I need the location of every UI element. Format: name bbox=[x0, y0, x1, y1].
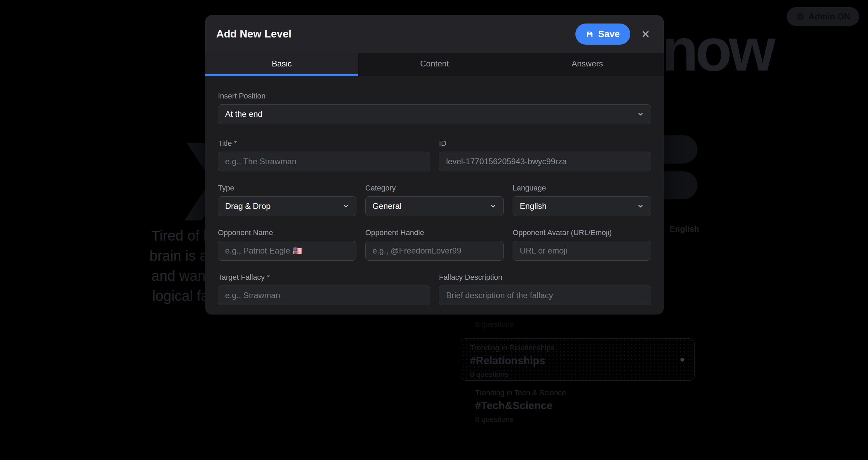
opponent-avatar-label: Opponent Avatar (URL/Emoji) bbox=[513, 228, 651, 237]
title-label: Title * bbox=[218, 139, 430, 148]
category-label: Category bbox=[365, 184, 504, 193]
trending-meta: 8 questions bbox=[470, 370, 686, 379]
add-level-modal: Add New Level Save Basic Content Ans bbox=[205, 15, 664, 315]
language-label: Language bbox=[513, 184, 651, 193]
target-fallacy-field: Target Fallacy * bbox=[218, 273, 430, 305]
trending-card-relationships: Trending in Relationships #Relationships… bbox=[461, 338, 695, 381]
trending-eyebrow: Trending in Tech & Science bbox=[475, 388, 566, 397]
modal-tab-bar: Basic Content Answers bbox=[205, 53, 664, 76]
target-fallacy-input[interactable] bbox=[218, 286, 430, 305]
opponent-avatar-field: Opponent Avatar (URL/Emoji) bbox=[513, 228, 651, 261]
chevron-down-icon bbox=[637, 111, 644, 118]
close-x-icon bbox=[641, 29, 651, 39]
save-button[interactable]: Save bbox=[575, 24, 630, 45]
opponent-handle-label: Opponent Handle bbox=[365, 228, 504, 237]
language-field: Language English bbox=[513, 184, 651, 216]
insert-position-label: Insert Position bbox=[218, 92, 651, 101]
language-indicator: English bbox=[670, 224, 699, 234]
trending-meta: 8 questions bbox=[475, 320, 519, 329]
trending-eyebrow: Trending in Relationships bbox=[470, 343, 686, 352]
chevron-down-icon bbox=[342, 203, 349, 210]
trending-meta: 8 questions bbox=[475, 415, 566, 424]
fallacy-description-input[interactable] bbox=[439, 286, 651, 305]
opponent-name-input[interactable] bbox=[218, 241, 356, 261]
title-field: Title * bbox=[218, 139, 430, 171]
insert-position-value: At the end bbox=[225, 109, 262, 119]
fallacy-description-field: Fallacy Description bbox=[439, 273, 651, 305]
type-field: Type Drag & Drop bbox=[218, 184, 356, 216]
id-field: ID bbox=[439, 139, 651, 171]
target-fallacy-label: Target Fallacy * bbox=[218, 273, 430, 282]
tab-content[interactable]: Content bbox=[358, 53, 511, 76]
tab-basic[interactable]: Basic bbox=[205, 53, 358, 76]
gear-icon bbox=[796, 12, 805, 21]
opponent-name-field: Opponent Name bbox=[218, 228, 356, 261]
trending-tag: #Relationships bbox=[470, 355, 686, 367]
insert-position-select[interactable]: At the end bbox=[218, 104, 651, 124]
category-field: Category General bbox=[365, 184, 504, 216]
opponent-name-label: Opponent Name bbox=[218, 228, 356, 237]
id-input[interactable] bbox=[439, 152, 651, 171]
category-select[interactable]: General bbox=[365, 196, 504, 216]
opponent-handle-field: Opponent Handle bbox=[365, 228, 504, 261]
title-input[interactable] bbox=[218, 152, 430, 171]
insert-position-field: Insert Position At the end bbox=[218, 92, 651, 124]
admin-toggle-button[interactable]: Admin ON bbox=[787, 7, 859, 26]
type-value: Drag & Drop bbox=[225, 201, 270, 211]
save-button-label: Save bbox=[598, 29, 620, 40]
hero-headline: now bbox=[662, 20, 773, 80]
type-label: Type bbox=[218, 184, 356, 193]
opponent-avatar-input[interactable] bbox=[513, 241, 651, 261]
chevron-down-icon bbox=[490, 203, 497, 210]
language-value: English bbox=[520, 201, 547, 211]
close-button[interactable] bbox=[638, 27, 653, 41]
language-select[interactable]: English bbox=[513, 196, 651, 216]
trending-tag: #Tech&Science bbox=[475, 400, 566, 412]
fallacy-description-label: Fallacy Description bbox=[439, 273, 651, 282]
chevron-down-icon bbox=[637, 203, 644, 210]
modal-title: Add New Level bbox=[216, 28, 575, 40]
bullet-dot-icon bbox=[680, 358, 684, 362]
id-label: ID bbox=[439, 139, 651, 148]
modal-header: Add New Level Save bbox=[205, 15, 664, 53]
trending-item-tech: Trending in Tech & Science #Tech&Science… bbox=[475, 388, 566, 424]
type-select[interactable]: Drag & Drop bbox=[218, 196, 356, 216]
admin-badge-label: Admin ON bbox=[809, 12, 850, 21]
tab-answers[interactable]: Answers bbox=[511, 53, 664, 76]
floppy-disk-icon bbox=[586, 30, 594, 38]
category-value: General bbox=[372, 201, 401, 211]
modal-body: Insert Position At the end Title * ID Ty… bbox=[205, 76, 664, 315]
opponent-handle-input[interactable] bbox=[365, 241, 504, 261]
